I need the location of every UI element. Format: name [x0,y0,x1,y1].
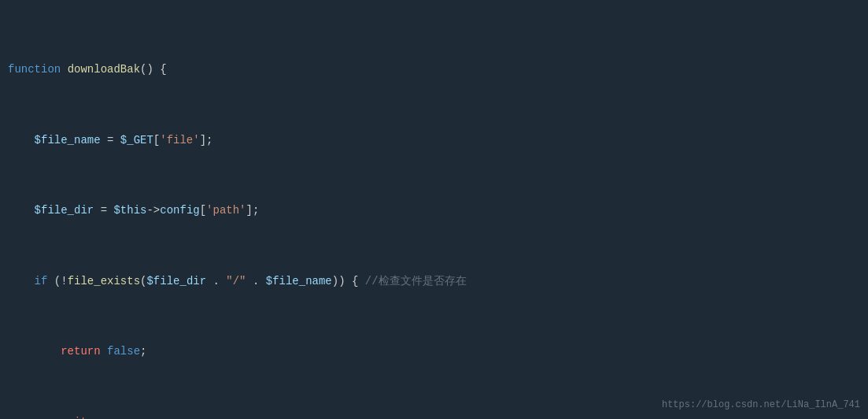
code-line-5: return false; [0,343,868,360]
code-line-1: function downloadBak() { [0,61,868,78]
code-line-4: if (!file_exists($file_dir . "/" . $file… [0,273,868,290]
code-line-6: exit; [0,413,868,419]
url-label: https://blog.csdn.net/LiNa_IlnA_741 [662,398,860,413]
code-block: function downloadBak() { $file_name = $_… [0,0,868,419]
code-line-2: $file_name = $_GET['file']; [0,132,868,149]
code-line-3: $file_dir = $this->config['path']; [0,202,868,219]
